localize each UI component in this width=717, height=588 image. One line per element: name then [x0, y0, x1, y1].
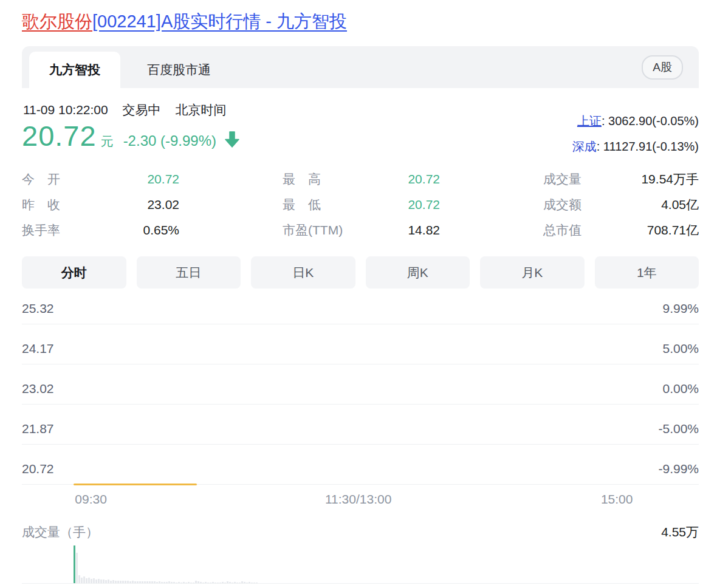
stat-label: 昨 收 — [22, 192, 60, 217]
gridline — [22, 404, 699, 405]
chart-band: 25.329.99% — [22, 296, 699, 337]
stat-label: 今 开 — [22, 166, 60, 192]
volume-bars — [22, 545, 699, 583]
shanghai-index-value: 3062.90(-0.05%) — [608, 114, 699, 128]
volume-header: 成交量（手） 4.55万 — [22, 524, 699, 541]
stats-grid: 今 开20.72昨 收23.02换手率0.65% 最 高20.72最 低20.7… — [22, 166, 699, 243]
stats-column-1: 今 开20.72昨 收23.02换手率0.65% — [22, 166, 179, 243]
chart-band: 23.020.00% — [22, 377, 699, 417]
current-price: 20.72 — [22, 119, 97, 152]
stat-row: 成交量19.54万手 — [543, 166, 699, 192]
y-axis-percent-label: 9.99% — [662, 301, 699, 316]
y-axis-price-label: 21.87 — [22, 422, 54, 436]
volume-bar — [76, 553, 78, 583]
stat-value: 0.65% — [143, 217, 179, 243]
page-title: 歌尔股份[002241]A股实时行情 - 九方智投 — [22, 10, 347, 34]
y-axis-percent-label: 0.00% — [662, 381, 699, 396]
volume-bar — [86, 578, 87, 583]
quote-status: 交易中 — [123, 103, 161, 117]
volume-bar — [78, 575, 80, 583]
shenzhen-index-value: 11127.91(-0.13%) — [603, 140, 699, 153]
price-change: -2.30 (-9.99%) — [123, 132, 216, 149]
index-quotes: 上证: 3062.90(-0.05%) 深成: 11127.91(-0.13%) — [572, 108, 699, 159]
period-tab-月K[interactable]: 月K — [480, 256, 585, 289]
gridline — [22, 364, 699, 364]
x-axis-tick: 09:30 — [75, 492, 107, 507]
stat-value: 4.05亿 — [661, 192, 699, 217]
chart-band: 20.72-9.99% — [22, 457, 699, 497]
stat-label: 最 高 — [283, 166, 321, 192]
chart-period-tabs: 分时五日日K周K月K1年 — [22, 256, 699, 289]
stat-value: 23.02 — [147, 192, 179, 217]
volume-baseline — [22, 583, 699, 584]
y-axis-price-label: 23.02 — [22, 381, 54, 396]
stat-row: 昨 收23.02 — [22, 192, 179, 217]
stat-row: 换手率0.65% — [22, 217, 179, 243]
volume-max-value: 4.55万 — [661, 524, 699, 541]
gridline — [22, 444, 699, 445]
stat-label: 总市值 — [543, 217, 581, 243]
x-axis-tick: 15:00 — [601, 492, 633, 507]
volume-bar — [91, 579, 92, 583]
y-axis-price-label: 24.17 — [22, 341, 54, 356]
price-row: 20.72 元 -2.30 (-9.99%) — [22, 119, 239, 152]
stat-row: 今 开20.72 — [22, 166, 179, 192]
shenzhen-index-link[interactable]: 深成 — [572, 140, 597, 153]
stat-row: 成交额4.05亿 — [543, 192, 699, 217]
stats-column-3: 成交量19.54万手成交额4.05亿总市值708.71亿 — [543, 166, 699, 243]
quote-datetime: 11-09 10:22:00 — [23, 103, 108, 117]
source-tabbar: 九方智投 百度股市通 A股 — [22, 46, 699, 88]
volume-bar — [81, 578, 83, 583]
stat-row: 总市值708.71亿 — [543, 217, 699, 243]
y-axis-price-label: 20.72 — [22, 462, 54, 476]
minute-price-line — [74, 484, 197, 485]
quote-time-row: 11-09 10:22:00 交易中 北京时间 — [23, 101, 237, 118]
price-unit: 元 — [101, 133, 114, 150]
index-row-shenzhen: 深成: 11127.91(-0.13%) — [572, 134, 699, 159]
chart-band: 24.175.00% — [22, 337, 699, 377]
period-tab-周K[interactable]: 周K — [366, 256, 470, 289]
volume-axis-label: 成交量（手） — [22, 524, 98, 541]
stat-value: 20.72 — [408, 166, 440, 192]
stat-label: 成交额 — [543, 192, 581, 217]
stock-title-link[interactable]: [002241]A股实时行情 - 九方智投 — [92, 12, 347, 31]
y-axis-percent-label: 5.00% — [662, 341, 699, 356]
stat-value: 708.71亿 — [647, 217, 699, 243]
stat-row: 最 高20.72 — [283, 166, 440, 192]
chart-band: 21.87-5.00% — [22, 417, 699, 457]
y-axis-price-label: 25.32 — [22, 301, 54, 316]
stat-value: 20.72 — [147, 166, 179, 192]
stat-label: 市盈(TTM) — [283, 217, 343, 243]
stat-label: 成交量 — [543, 166, 581, 192]
chart-x-axis: 09:3011:30/13:0015:00 — [22, 492, 699, 510]
y-axis-percent-label: -9.99% — [658, 462, 699, 476]
period-tab-分时[interactable]: 分时 — [22, 256, 126, 289]
stat-row: 市盈(TTM)14.82 — [283, 217, 440, 243]
stat-label: 最 低 — [283, 192, 321, 217]
market-badge: A股 — [642, 55, 683, 80]
y-axis-percent-label: -5.00% — [658, 422, 699, 436]
period-tab-1年[interactable]: 1年 — [595, 256, 699, 289]
down-arrow-icon — [225, 131, 239, 150]
volume-bar — [83, 576, 85, 583]
index-row-shanghai: 上证: 3062.90(-0.05%) — [572, 108, 699, 134]
x-axis-tick: 11:30/13:00 — [325, 492, 391, 507]
period-tab-日K[interactable]: 日K — [251, 256, 355, 289]
volume-bar — [74, 545, 75, 583]
quote-timezone: 北京时间 — [175, 103, 226, 117]
stat-row: 最 低20.72 — [283, 192, 440, 217]
volume-bar — [98, 579, 100, 583]
volume-bar — [88, 578, 90, 583]
stock-name-link[interactable]: 歌尔股份 — [22, 12, 92, 31]
stats-column-2: 最 高20.72最 低20.72市盈(TTM)14.82 — [283, 166, 440, 243]
shanghai-index-link[interactable]: 上证 — [577, 114, 602, 128]
minute-chart: 25.329.99%24.175.00%23.020.00%21.87-5.00… — [22, 296, 699, 497]
gridline — [22, 324, 699, 324]
tab-jiufang[interactable]: 九方智投 — [29, 52, 120, 88]
volume-bar — [93, 578, 95, 583]
stat-label: 换手率 — [22, 217, 60, 243]
period-tab-五日[interactable]: 五日 — [137, 256, 241, 289]
stat-value: 20.72 — [408, 192, 440, 217]
tab-baidu-gushitong[interactable]: 百度股市通 — [141, 52, 217, 88]
stat-value: 14.82 — [408, 217, 440, 243]
